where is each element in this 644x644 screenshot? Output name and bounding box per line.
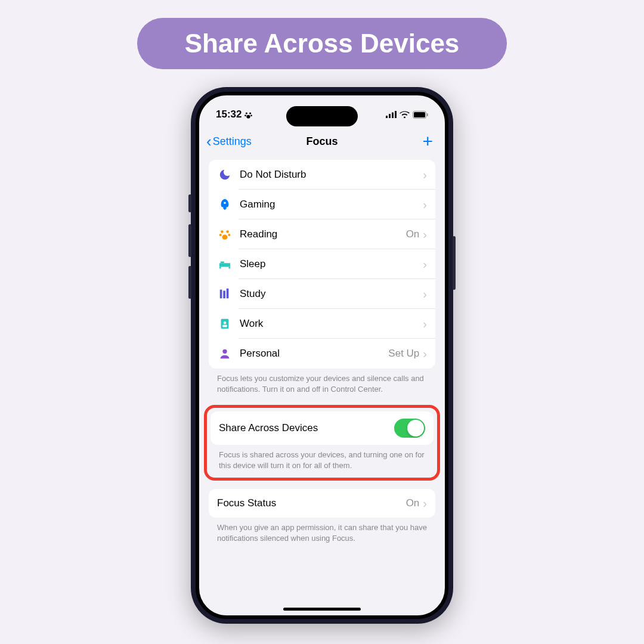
share-across-devices-row[interactable]: Share Across Devices [210,411,434,445]
svg-point-16 [222,234,227,239]
list-item-do-not-disturb[interactable]: Do Not Disturb › [209,160,435,190]
rocket-icon [217,197,233,212]
focus-status-label: Focus Status [217,497,406,509]
phone-mockup: 15:32 [191,87,453,624]
share-toggle[interactable] [394,419,425,438]
focus-list-footer: Focus lets you customize your devices an… [209,369,435,405]
svg-point-0 [246,112,247,114]
svg-rect-22 [223,291,225,299]
svg-rect-18 [219,267,221,269]
person-icon [217,346,233,361]
chevron-right-icon: › [423,228,427,242]
navigation-bar: ‹ Settings Focus + [199,125,445,160]
page-title: Focus [306,135,338,148]
svg-rect-23 [227,289,229,299]
chevron-right-icon: › [423,198,427,212]
row-value: Set Up [388,348,419,360]
share-label: Share Across Devices [219,422,394,434]
svg-point-4 [247,114,250,118]
battery-icon [413,111,428,119]
share-footer: Focus is shared across your devices, and… [210,445,434,474]
content-scroll[interactable]: Do Not Disturb › Gaming › [199,160,445,614]
highlight-annotation: Share Across Devices Focus is shared acr… [204,405,440,481]
chevron-right-icon: › [423,168,427,182]
row-label: Sleep [240,258,419,270]
svg-point-25 [224,321,227,324]
bed-icon [217,256,233,272]
svg-point-2 [245,114,247,116]
paw-icon [244,110,253,119]
row-value: On [406,228,420,240]
row-label: Do Not Disturb [240,169,419,181]
list-item-study[interactable]: Study › [209,279,435,309]
chevron-right-icon: › [423,317,427,331]
status-time: 15:32 [216,109,242,120]
svg-point-12 [221,230,224,233]
chevron-left-icon: ‹ [206,132,212,151]
svg-rect-6 [389,114,391,118]
svg-point-14 [219,234,222,236]
svg-point-1 [250,112,252,114]
row-label: Gaming [240,199,419,210]
list-item-reading[interactable]: Reading On › [209,219,435,249]
svg-rect-10 [414,112,425,117]
svg-rect-8 [395,111,397,118]
svg-rect-11 [427,113,428,116]
add-button[interactable]: + [422,131,438,151]
svg-rect-26 [222,325,227,327]
wifi-icon [400,111,410,118]
list-item-sleep[interactable]: Sleep › [209,249,435,279]
svg-point-13 [226,230,229,233]
page-banner: Share Across Devices [137,18,507,69]
books-icon [217,286,233,302]
back-label: Settings [213,135,252,148]
svg-rect-7 [392,113,394,119]
list-item-gaming[interactable]: Gaming › [209,190,435,219]
svg-point-3 [251,114,253,116]
badge-icon [217,316,233,332]
svg-rect-20 [221,261,224,263]
svg-rect-21 [220,290,222,299]
back-button[interactable]: ‹ Settings [206,132,252,151]
chevron-right-icon: › [423,347,427,361]
moon-icon [217,167,233,182]
focus-status-row[interactable]: Focus Status On › [209,489,435,518]
row-label: Study [240,288,419,300]
list-item-work[interactable]: Work › [209,309,435,339]
chevron-right-icon: › [423,287,427,301]
focus-status-footer: When you give an app permission, it can … [209,518,435,554]
svg-rect-5 [386,116,388,118]
svg-point-27 [222,349,227,354]
chevron-right-icon: › [423,258,427,271]
svg-rect-19 [228,267,230,269]
cellular-icon [386,111,397,118]
row-label: Personal [240,348,388,360]
dynamic-island [286,106,358,126]
focus-modes-list: Do Not Disturb › Gaming › [209,160,435,369]
chevron-right-icon: › [423,497,427,510]
paw-icon [217,227,233,242]
svg-point-15 [228,234,230,236]
svg-rect-17 [219,263,230,267]
row-label: Reading [240,228,406,240]
focus-status-value: On [406,497,420,509]
home-indicator[interactable] [283,608,361,611]
row-label: Work [240,318,419,330]
list-item-personal[interactable]: Personal Set Up › [209,339,435,369]
